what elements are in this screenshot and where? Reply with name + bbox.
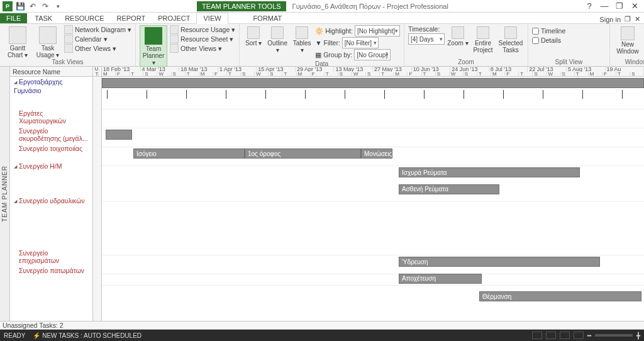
timeline-day: S	[338, 72, 352, 77]
zoom-button[interactable]: Zoom ▾	[447, 25, 469, 47]
resource-row[interactable]: Συνεργείο υδραυλικών	[10, 196, 92, 248]
view-shortcut-2[interactable]	[546, 332, 556, 339]
close-icon[interactable]: ✕	[629, 1, 640, 11]
ut-column-header[interactable]: U. T.	[93, 67, 101, 77]
resource-sheet-button[interactable]: Resource Sheet ▾	[170, 35, 235, 43]
new-window-button[interactable]: New Window	[614, 25, 641, 55]
tab-task[interactable]: TASK	[28, 13, 58, 23]
task-bar[interactable]: Ισχυρά Ρεύματα	[399, 167, 580, 177]
tab-view[interactable]: VIEW	[196, 13, 228, 24]
redo-icon[interactable]: ↷	[40, 1, 50, 11]
qat-more-icon[interactable]: ▾	[53, 1, 63, 11]
group-label-zoom: Zoom	[408, 59, 524, 66]
timeline-day: S	[533, 72, 547, 77]
task-bar[interactable]: Αποχέτευση	[399, 274, 482, 284]
task-bar[interactable]	[106, 130, 132, 140]
timeline-day: W	[450, 72, 464, 77]
resource-row[interactable]: Συνεργείο σκυροδέτησης (μεγάλ...	[10, 126, 92, 143]
timeline-check[interactable]: Timeline	[532, 27, 565, 35]
network-diagram-button[interactable]: Network Diagram ▾	[64, 25, 131, 34]
unassigned-tasks-bar[interactable]: Unassigned Tasks: 2	[0, 321, 644, 330]
window-close-secondary-icon[interactable]: ✕	[635, 15, 640, 23]
timeline-day: S	[172, 72, 186, 77]
zoom-in-icon[interactable]: ╋	[636, 332, 640, 339]
timeline-date: 1 Apr '13	[218, 67, 257, 72]
minimize-icon[interactable]: —	[599, 1, 610, 11]
undo-icon[interactable]: ↶	[28, 1, 38, 11]
view-shortcut-3[interactable]	[560, 332, 570, 339]
task-usage-button[interactable]: Task Usage ▾	[34, 25, 62, 59]
task-bar[interactable]: Ύδρευση	[399, 257, 600, 267]
timeline-date: 10 Jun '13	[412, 67, 451, 72]
save-icon[interactable]: 💾	[15, 1, 25, 11]
timeline-date: 18 Feb '13	[102, 67, 141, 72]
timescale-combo[interactable]: [4] Days	[408, 33, 445, 45]
resource-row[interactable]: Εργάτες Χωματουργικών	[10, 108, 92, 126]
timeline-day: S	[143, 72, 157, 77]
outline-button[interactable]: Outline ▾	[266, 25, 289, 53]
timeline-day: S	[366, 72, 380, 77]
timeline-day: S	[630, 72, 644, 77]
details-check[interactable]: Details	[532, 36, 565, 44]
task-bar[interactable]: Θέρμανση	[479, 291, 641, 301]
group-label-window: Window	[614, 59, 644, 66]
group-combo[interactable]: [No Group]	[354, 49, 391, 60]
tab-format[interactable]: FORMAT	[247, 13, 289, 23]
gantt-chart-button[interactable]: Gantt Chart ▾	[4, 25, 31, 59]
tab-project[interactable]: PROJECT	[152, 13, 196, 23]
status-new-tasks[interactable]: ⚡ NEW TASKS : AUTO SCHEDULED	[33, 332, 142, 339]
timeline-day: F	[311, 72, 325, 77]
task-bar[interactable]: Μονώσεις	[361, 148, 392, 159]
task-bar[interactable]: Ισόγειο	[133, 148, 245, 159]
resource-row[interactable]: Συνεργείο Η/Μ	[10, 161, 92, 196]
group-label: Group by:	[323, 51, 352, 59]
task-bar[interactable]: Ασθενή Ρεύματα	[399, 184, 499, 194]
network-diagram-icon	[64, 25, 73, 34]
team-planner-button[interactable]: Team Planner ▾	[140, 25, 167, 67]
calendar-icon	[64, 35, 73, 43]
restore-icon[interactable]: ❐	[614, 1, 625, 11]
resource-row[interactable]: Συνεργείο πατωμάτων	[10, 266, 92, 276]
calendar-button[interactable]: Calendar ▾	[64, 35, 131, 43]
timeline-day: T	[227, 72, 241, 77]
resource-row[interactable]: Εργοταξιάρχης Γυμνάσιο	[10, 77, 92, 108]
ribbon-options-icon[interactable]: ❐	[625, 15, 631, 23]
resource-usage-button[interactable]: Resource Usage ▾	[170, 25, 235, 34]
tab-resource[interactable]: RESOURCE	[58, 13, 110, 23]
tables-button[interactable]: Tables ▾	[291, 25, 313, 53]
timeline-day: M	[297, 72, 311, 77]
timeline-day: F	[213, 72, 227, 77]
group-label-task-views: Task Views	[4, 59, 131, 66]
tab-report[interactable]: REPORT	[111, 13, 152, 23]
task-bar[interactable]: 1ος όροφος	[245, 148, 361, 159]
other-task-views-button[interactable]: Other Views ▾	[64, 44, 131, 53]
file-tab[interactable]: FILE	[0, 13, 27, 23]
sign-in-link[interactable]: Sign in	[599, 16, 621, 23]
timescale-label: Timescale:	[408, 25, 440, 33]
filter-combo[interactable]: [No Filter]	[342, 37, 379, 48]
zoom-slider[interactable]	[595, 334, 633, 337]
timeline-day: F	[505, 72, 519, 77]
sort-button[interactable]: Sort ▾	[243, 25, 264, 47]
selected-tasks-button[interactable]: Selected Tasks	[497, 25, 524, 53]
help-icon[interactable]: ?	[584, 1, 595, 11]
timeline-day: M	[199, 72, 213, 77]
other-resource-views-button[interactable]: Other Views ▾	[170, 44, 235, 53]
entire-project-button[interactable]: Entire Project	[471, 25, 495, 53]
timeline-day: W	[547, 72, 561, 77]
timeline-date: 4 Mar '13	[141, 67, 180, 72]
resource-row[interactable]: Συνεργείο επιχρισμάτων	[10, 248, 92, 266]
view-shortcut-1[interactable]	[532, 332, 542, 339]
task-bar[interactable]	[102, 78, 644, 88]
zoom-out-icon[interactable]: ━	[587, 332, 591, 339]
timeline-day: T	[325, 72, 338, 77]
timeline-day: S	[241, 72, 255, 77]
resource-name-header[interactable]: Resource Name	[10, 67, 92, 77]
view-shortcut-4[interactable]	[574, 332, 584, 339]
resource-sheet-icon	[170, 35, 179, 43]
timeline-day: F	[408, 72, 421, 77]
timeline-day: W	[157, 72, 171, 77]
other-res-views-icon	[170, 44, 179, 53]
highlight-combo[interactable]: [No Highlight]	[355, 25, 400, 36]
resource-row[interactable]: Συνεργείο τοιχοποιίας	[10, 143, 92, 161]
